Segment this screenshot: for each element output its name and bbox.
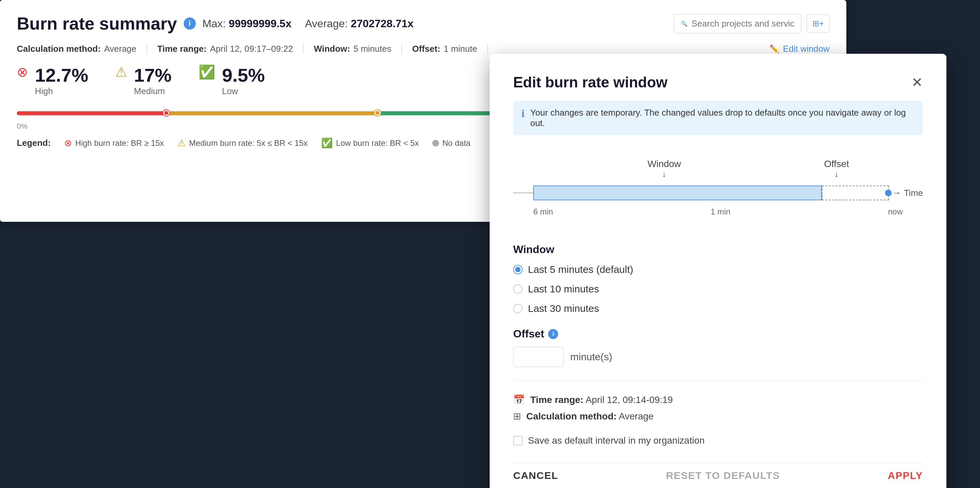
avg-value: 2702728.71x [351,18,414,30]
offset-section: Offset i 1 minute(s) [513,328,923,367]
timeline-left-line [513,193,533,193]
default-checkbox-row: Save as default interval in my organizat… [513,435,923,446]
legend-low-text: Low burn rate: BR < 5x [336,139,419,148]
calc-method-label: Calculation method: [17,44,101,54]
time-range-info-row: 📅 Time range: April 12, 09:14-09:19 [513,394,923,405]
calc-method-value: Average [104,44,136,54]
check-icon: ✅ [199,64,215,80]
close-button[interactable]: ✕ [912,76,923,89]
edit-icon: ✏️ [769,45,780,54]
calc-method-info-label: Calculation method: [526,411,617,421]
info-rows: 📅 Time range: April 12, 09:14-09:19 ⊞ Ca… [513,394,923,422]
filter-button[interactable]: ⊞+ [807,14,830,33]
window-radio-group: Last 5 minutes (default) Last 10 minutes… [513,264,923,314]
window-option-10min[interactable]: Last 10 minutes [513,283,923,295]
legend-warning-icon: ⚠ [177,137,186,148]
high-value: 12.7% [35,64,88,86]
window-option-30min[interactable]: Last 30 minutes [513,303,923,314]
time-range-info-value: April 12, 09:14-09:19 [585,395,673,405]
high-label: High [35,86,88,96]
window-tick: 6 min [533,207,553,217]
now-tick: now [888,207,903,217]
legend-medium: ⚠ Medium burn rate: 5x ≤ BR < 15x [177,137,308,148]
calc-method-meta: Calculation method: Average [17,44,147,54]
time-range-value: April 12, 09:17–09:22 [210,44,293,54]
edit-window-link[interactable]: ✏️ Edit window [769,44,830,54]
window-label: Window: [314,44,350,54]
legend-high: ⊗ High burn rate: BR ≥ 15x [64,137,164,148]
timeline-offset-bar [822,185,889,200]
error-icon: ⊗ [17,64,28,80]
window-section: Window Last 5 minutes (default) Last 10 … [513,243,923,314]
red-segment [17,111,163,115]
window-section-title: Window [513,243,923,256]
radio-30min[interactable] [513,304,523,313]
info-banner-icon: ℹ [521,108,525,119]
apply-button[interactable]: APPLY [888,470,923,481]
orange-segment [163,111,374,115]
edit-burn-rate-modal: Edit burn rate window ✕ ℹ Your changes a… [490,54,947,488]
timeline-time-arrow: → [892,188,901,198]
radio-5min[interactable] [513,265,523,274]
window-option-5min[interactable]: Last 5 minutes (default) [513,264,923,275]
low-value: 9.5% [222,64,265,86]
low-label: Low [222,86,265,96]
timeline-now-dot [885,190,892,196]
default-checkbox-label: Save as default interval in my organizat… [528,435,705,446]
legend-nodata: No data [432,139,471,148]
panel-title: Burn rate summary [17,13,177,33]
offset-input[interactable]: 1 [513,347,563,367]
timeline-window-bar [533,185,822,200]
offset-label: Offset: [412,44,440,54]
offset-info-icon[interactable]: i [548,329,558,339]
window-30min-label: Last 30 minutes [528,303,599,314]
legend-nodata-icon [432,140,439,147]
search-bar: 🔍 ⊞+ [674,14,830,33]
avg-label: Average: [305,18,348,30]
window-5min-label: Last 5 minutes (default) [528,264,633,275]
info-icon[interactable]: i [184,18,196,30]
offset-tick: 1 min [711,207,730,217]
low-burn-rate: ✅ 9.5% Low [199,64,265,96]
warning-icon: ⚠ [115,64,127,80]
max-value: 99999999.5x [229,18,291,30]
calendar-icon: 📅 [513,394,525,405]
medium-value: 17% [134,64,172,86]
window-timeline-label: Window [648,159,681,169]
legend-low: ✅ Low burn rate: BR < 5x [321,137,419,148]
default-checkbox[interactable] [513,436,523,445]
edit-window-label: Edit window [783,44,830,54]
legend-error-icon: ⊗ [64,137,72,148]
search-icon: 🔍 [681,21,687,27]
calc-method-info-value: Average [619,411,654,421]
reset-button[interactable]: RESET TO DEFAULTS [666,470,780,481]
search-input[interactable] [692,19,794,29]
time-range-info-label: Time range: [530,395,583,405]
offset-section-label: Offset i [513,328,923,340]
radio-10min[interactable] [513,284,523,294]
offset-timeline-label: Offset [824,159,849,169]
time-axis-label: Time [904,188,923,198]
search-container: 🔍 [674,14,801,33]
window-value: 5 minutes [353,44,391,54]
high-burn-rate: ⊗ 12.7% High [17,64,88,96]
time-range-label: Time range: [157,44,207,54]
window-meta: Window: 5 minutes [314,44,402,54]
panel-title-group: Burn rate summary i Max: 99999999.5x Ave… [17,13,414,33]
legend-high-text: High burn rate: BR ≥ 15x [75,139,164,148]
info-banner-text: Your changes are temporary. The changed … [530,108,915,128]
info-banner: ℹ Your changes are temporary. The change… [513,101,923,135]
calc-method-info-row: ⊞ Calculation method: Average [513,411,923,422]
window-10min-label: Last 10 minutes [528,283,599,295]
legend-nodata-text: No data [442,139,471,148]
medium-label: Medium [134,86,172,96]
modal-footer: CANCEL RESET TO DEFAULTS APPLY [513,463,923,481]
legend-medium-text: Medium burn rate: 5x ≤ BR < 15x [189,139,308,148]
cancel-button[interactable]: CANCEL [513,470,558,481]
offset-label-text: Offset [513,328,544,340]
max-label: Max: [202,18,226,30]
offset-unit: minute(s) [570,351,612,363]
calc-icon: ⊞ [513,411,521,422]
progress-zero: 0% [17,122,27,131]
time-range-meta: Time range: April 12, 09:17–09:22 [157,44,304,54]
